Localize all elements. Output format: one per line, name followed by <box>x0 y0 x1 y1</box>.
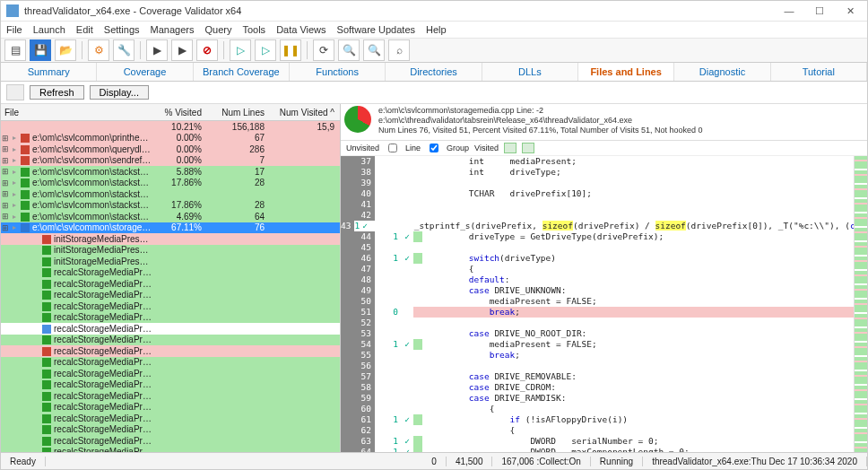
menu-launch[interactable]: Launch <box>33 24 65 35</box>
col-numv[interactable]: Num Visited ^ <box>270 108 340 118</box>
menu-help[interactable]: Help <box>426 24 447 35</box>
zoomin-icon[interactable]: 🔍 <box>338 39 360 61</box>
tab-functions[interactable]: Functions <box>290 63 386 81</box>
file-row[interactable]: ⊞▸e:\om\c\svlcommon\stackstuffdonttracei… <box>1 200 340 212</box>
func-row[interactable]: recalcStorageMediaPresent [Line 70] <box>1 447 340 453</box>
code-line[interactable]: 510 break; <box>341 307 854 318</box>
play2-icon[interactable]: ▷ <box>255 39 276 61</box>
code-line[interactable]: 62 { <box>341 425 854 436</box>
code-line[interactable]: 37 int mediaPresent; <box>341 156 854 167</box>
col-numl[interactable]: Num Lines <box>207 108 270 118</box>
chk-group[interactable] <box>430 144 438 152</box>
code-line[interactable]: 39 <box>341 178 854 188</box>
code-line[interactable]: 541✓ mediaPresent = FALSE; <box>341 339 854 350</box>
func-row[interactable]: recalcStorageMediaPresent [Line 46] <box>1 335 340 346</box>
file-row[interactable]: ⊞▸e:\om\c\svlcommon\stackstuffdonttracea… <box>1 188 340 200</box>
find-icon[interactable]: ⌕ <box>388 39 410 61</box>
file-row[interactable]: ⊞▸e:\om\c\svlcommon\stackstufffunctions.… <box>1 211 340 222</box>
func-row[interactable]: recalcStorageMediaPresent [Line 32] <box>1 290 340 301</box>
code-line[interactable]: 631✓ DWORD serialNumber = 0; <box>341 436 854 447</box>
tab-files-and-lines[interactable]: Files and Lines <box>578 63 674 81</box>
stop-icon[interactable]: ⊘ <box>196 39 218 61</box>
close-button[interactable]: ✕ <box>838 5 862 17</box>
nav-prev-icon[interactable] <box>504 143 516 153</box>
play-icon[interactable]: ▷ <box>230 39 251 61</box>
code-line[interactable]: 431✓ _stprintf_s(drivePrefix, sizeof(dri… <box>341 221 854 231</box>
menu-query[interactable]: Query <box>204 24 231 35</box>
nav-next-icon[interactable] <box>522 143 534 153</box>
display-button[interactable]: Display... <box>90 85 149 100</box>
code-line[interactable]: 60 { <box>341 404 854 414</box>
run1-icon[interactable]: ▶ <box>146 39 168 61</box>
func-row[interactable]: recalcStorageMediaPresent [Line 63] <box>1 379 340 391</box>
menu-software-updates[interactable]: Software Updates <box>337 24 415 35</box>
func-row[interactable]: recalcStorageMediaPresent [Line 61] <box>1 368 340 379</box>
zoomout-icon[interactable]: 🔍 <box>363 39 385 61</box>
func-row[interactable]: recalcStorageMediaPresent [Line 69] <box>1 435 340 447</box>
code-line[interactable]: 42 <box>341 210 854 221</box>
code-line[interactable]: 52 <box>341 318 854 328</box>
func-row[interactable]: recalcStorageMediaPresent [Line 65] <box>1 402 340 413</box>
code-line[interactable]: 461✓ switch(driveType) <box>341 253 854 264</box>
func-row[interactable]: initStorageMediaPresent [Line 19] <box>1 256 340 267</box>
menu-managers[interactable]: Managers <box>151 24 195 35</box>
col-pct[interactable]: % Visited <box>152 108 207 118</box>
run2-icon[interactable]: ▶ <box>171 39 193 61</box>
code-line[interactable]: 38 int driveType; <box>341 167 854 178</box>
menu-tools[interactable]: Tools <box>242 24 265 35</box>
minimap[interactable] <box>854 156 867 452</box>
menu-data-views[interactable]: Data Views <box>276 24 326 35</box>
code-line[interactable]: 49 case DRIVE_UNKNOWN: <box>341 285 854 296</box>
view-icon[interactable] <box>6 84 24 100</box>
pause-icon[interactable]: ❚❚ <box>280 39 301 61</box>
file-tree[interactable]: 10.21%156,18815,9⊞▸e:\om\c\svlcommon\pri… <box>1 121 340 452</box>
file-row[interactable]: ⊞▸e:\om\c\svlcommon\stackstuffaddressran… <box>1 166 340 178</box>
code-line[interactable]: 58 case DRIVE_CDROM: <box>341 382 854 393</box>
refresh-icon[interactable]: ⟳ <box>313 39 334 61</box>
maximize-button[interactable]: ☐ <box>808 5 831 17</box>
minimize-button[interactable]: — <box>777 5 801 17</box>
code-line[interactable]: 47 { <box>341 264 854 274</box>
code-line[interactable]: 40 TCHAR drivePrefix[10]; <box>341 188 854 199</box>
code-view[interactable]: 37 int mediaPresent;38 int driveType;394… <box>341 156 867 452</box>
func-row[interactable]: initStorageMediaPresent [Line 18] <box>1 245 340 257</box>
func-row[interactable]: recalcStorageMediaPresent [Line 64] <box>1 390 340 402</box>
tab-coverage[interactable]: Coverage <box>97 63 193 81</box>
open-icon[interactable]: 📂 <box>55 39 76 61</box>
tab-summary[interactable]: Summary <box>1 63 97 81</box>
code-line[interactable]: 441✓ driveType = GetDriveType(drivePrefi… <box>341 231 854 242</box>
tab-directories[interactable]: Directories <box>386 63 482 81</box>
menu-file[interactable]: File <box>6 24 22 35</box>
code-line[interactable]: 611✓ if (!isAFloppyDrive(i)) <box>341 414 854 425</box>
tab-branch-coverage[interactable]: Branch Coverage <box>194 63 290 81</box>
func-row[interactable]: recalcStorageMediaPresent [Line 54] <box>1 357 340 369</box>
code-line[interactable]: 41 <box>341 199 854 210</box>
save-icon[interactable]: 💾 <box>30 39 51 61</box>
code-line[interactable]: 55 break; <box>341 350 854 361</box>
code-line[interactable]: 45 <box>341 242 854 253</box>
file-row[interactable]: ⊞▸e:\om\c\svlcommon\querydll.cpp0.00%286 <box>1 144 340 155</box>
code-line[interactable]: 59 case DRIVE_RAMDISK: <box>341 393 854 404</box>
gear-icon[interactable]: ⚙ <box>88 39 109 61</box>
code-line[interactable]: 641✓ DWORD maxComponentLength = 0; <box>341 447 854 452</box>
tool-icon[interactable]: 🔧 <box>113 39 135 61</box>
func-row[interactable]: recalcStorageMediaPresent [Line 51] <box>1 345 340 357</box>
func-row[interactable]: recalcStorageMediaPresent [Line 36] <box>1 300 340 312</box>
tab-diagnostic[interactable]: Diagnostic <box>674 63 770 81</box>
chk-line[interactable] <box>388 144 397 152</box>
func-row[interactable]: recalcStorageMediaPresent [Line 43] <box>1 312 340 324</box>
file-row[interactable]: ⊞▸e:\om\c\svlcommon\sendrefdata.cpp0.00%… <box>1 155 340 167</box>
func-row[interactable]: recalcStorageMediaPresent [Line 68] <box>1 424 340 436</box>
code-line[interactable]: 48 default: <box>341 274 854 285</box>
menu-settings[interactable]: Settings <box>104 24 140 35</box>
tab-dlls[interactable]: DLLs <box>482 63 578 81</box>
new-icon[interactable]: ▤ <box>4 39 26 61</box>
func-row[interactable]: recalcStorageMediaPresent [Line 29] <box>1 267 340 279</box>
func-row[interactable]: recalcStorageMediaPresent [Line 44] <box>1 323 340 335</box>
code-line[interactable]: 53 case DRIVE_NO_ROOT_DIR: <box>341 328 854 339</box>
file-row[interactable]: ⊞▸e:\om\c\svlcommon\printhexvaluesrow.cp… <box>1 133 340 144</box>
refresh-button[interactable]: Refresh <box>30 85 84 100</box>
func-row[interactable]: recalcStorageMediaPresent [Line 30] <box>1 278 340 290</box>
func-row[interactable]: recalcStorageMediaPresent [Line 66] <box>1 413 340 424</box>
col-file[interactable]: File <box>1 108 152 118</box>
